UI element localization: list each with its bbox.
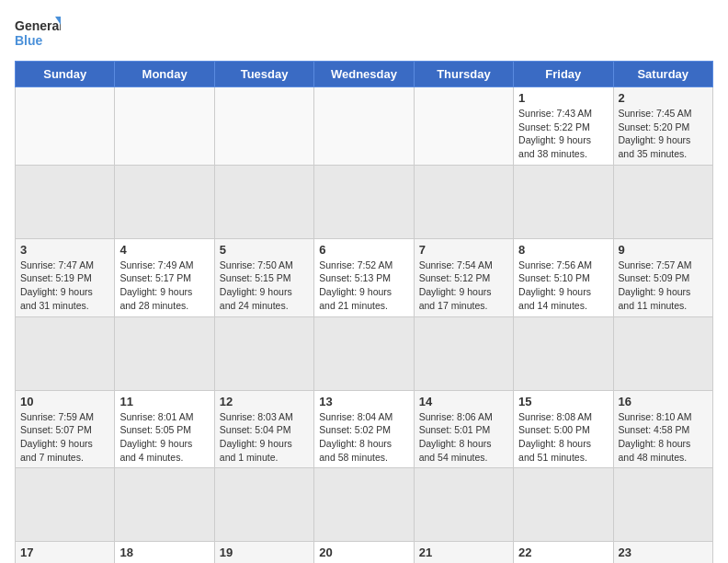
calendar-day-19: 19Sunrise: 8:15 AMSunset: 4:54 PMDayligh… <box>214 542 313 563</box>
day-info: Sunrise: 8:08 AMSunset: 5:00 PMDaylight:… <box>518 410 608 465</box>
calendar-empty-cell <box>214 87 313 166</box>
day-info: Sunrise: 7:47 AMSunset: 5:19 PMDaylight:… <box>20 259 109 313</box>
day-info: Sunrise: 8:03 AMSunset: 5:04 PMDaylight:… <box>220 410 309 465</box>
calendar-day-23: 23Sunrise: 8:21 AMSunset: 4:50 PMDayligh… <box>613 542 712 563</box>
day-number: 10 <box>20 395 109 408</box>
calendar-empty-cell <box>414 87 513 166</box>
calendar-week-row: 10Sunrise: 7:59 AMSunset: 5:07 PMDayligh… <box>16 390 713 468</box>
day-number: 4 <box>119 243 209 257</box>
calendar-day-1: 1Sunrise: 7:43 AMSunset: 5:22 PMDaylight… <box>514 87 613 166</box>
day-info: Sunrise: 7:43 AMSunset: 5:22 PMDaylight:… <box>518 107 608 161</box>
calendar-week-row: 17Sunrise: 8:11 AMSunset: 4:57 PMDayligh… <box>16 542 713 563</box>
day-info: Sunrise: 7:57 AMSunset: 5:09 PMDaylight:… <box>619 259 708 313</box>
day-info: Sunrise: 7:45 AMSunset: 5:20 PMDaylight:… <box>619 107 708 161</box>
page-header: General Blue <box>15 15 713 52</box>
day-number: 8 <box>518 243 608 257</box>
weekday-header-tuesday: Tuesday <box>214 62 313 87</box>
calendar-day-5: 5Sunrise: 7:50 AMSunset: 5:15 PMDaylight… <box>214 238 313 316</box>
day-info: Sunrise: 7:49 AMSunset: 5:17 PMDaylight:… <box>119 259 209 313</box>
day-number: 9 <box>619 243 708 257</box>
calendar-day-15: 15Sunrise: 8:08 AMSunset: 5:00 PMDayligh… <box>514 390 613 468</box>
calendar-day-6: 6Sunrise: 7:52 AMSunset: 5:13 PMDaylight… <box>314 238 414 316</box>
calendar-day-16: 16Sunrise: 8:10 AMSunset: 4:58 PMDayligh… <box>613 390 712 468</box>
day-info: Sunrise: 7:59 AMSunset: 5:07 PMDaylight:… <box>20 410 109 465</box>
day-number: 2 <box>619 91 708 105</box>
weekday-header-friday: Friday <box>514 62 613 87</box>
week-separator <box>16 316 713 390</box>
calendar-day-8: 8Sunrise: 7:56 AMSunset: 5:10 PMDaylight… <box>514 238 613 316</box>
day-number: 14 <box>419 395 508 408</box>
calendar-day-22: 22Sunrise: 8:20 AMSunset: 4:51 PMDayligh… <box>514 542 613 563</box>
day-number: 22 <box>518 546 608 559</box>
logo-svg: General Blue <box>15 15 61 52</box>
day-number: 15 <box>518 395 608 408</box>
weekday-header-thursday: Thursday <box>414 62 513 87</box>
svg-text:Blue: Blue <box>15 33 43 48</box>
day-number: 12 <box>220 395 309 408</box>
day-number: 11 <box>119 395 209 408</box>
day-number: 5 <box>220 243 309 257</box>
day-number: 3 <box>20 243 109 257</box>
calendar-table: SundayMondayTuesdayWednesdayThursdayFrid… <box>15 61 713 563</box>
day-number: 19 <box>220 546 309 559</box>
calendar-body: 1Sunrise: 7:43 AMSunset: 5:22 PMDaylight… <box>16 87 713 564</box>
calendar-day-7: 7Sunrise: 7:54 AMSunset: 5:12 PMDaylight… <box>414 238 513 316</box>
week-separator <box>16 165 713 238</box>
day-info: Sunrise: 7:56 AMSunset: 5:10 PMDaylight:… <box>518 259 608 313</box>
day-number: 1 <box>518 91 608 105</box>
calendar-day-20: 20Sunrise: 8:16 AMSunset: 4:53 PMDayligh… <box>314 542 414 563</box>
day-number: 23 <box>619 546 708 559</box>
weekday-header-wednesday: Wednesday <box>314 62 414 87</box>
calendar-day-21: 21Sunrise: 8:18 AMSunset: 4:52 PMDayligh… <box>414 542 513 563</box>
day-info: Sunrise: 8:01 AMSunset: 5:05 PMDaylight:… <box>119 410 209 465</box>
calendar-day-10: 10Sunrise: 7:59 AMSunset: 5:07 PMDayligh… <box>16 390 115 468</box>
day-info: Sunrise: 7:50 AMSunset: 5:15 PMDaylight:… <box>220 259 309 313</box>
calendar-empty-cell <box>16 87 115 166</box>
day-info: Sunrise: 8:04 AMSunset: 5:02 PMDaylight:… <box>319 410 408 465</box>
calendar-day-13: 13Sunrise: 8:04 AMSunset: 5:02 PMDayligh… <box>314 390 414 468</box>
day-number: 17 <box>20 546 109 559</box>
calendar-day-18: 18Sunrise: 8:13 AMSunset: 4:56 PMDayligh… <box>115 542 214 563</box>
day-info: Sunrise: 7:54 AMSunset: 5:12 PMDaylight:… <box>419 259 508 313</box>
day-number: 6 <box>319 243 408 257</box>
calendar-day-4: 4Sunrise: 7:49 AMSunset: 5:17 PMDaylight… <box>115 238 214 316</box>
calendar-day-12: 12Sunrise: 8:03 AMSunset: 5:04 PMDayligh… <box>214 390 313 468</box>
calendar-day-3: 3Sunrise: 7:47 AMSunset: 5:19 PMDaylight… <box>16 238 115 316</box>
calendar-day-14: 14Sunrise: 8:06 AMSunset: 5:01 PMDayligh… <box>414 390 513 468</box>
day-number: 16 <box>619 395 708 408</box>
week-separator <box>16 468 713 542</box>
weekday-header-sunday: Sunday <box>16 62 115 87</box>
weekday-header-saturday: Saturday <box>613 62 712 87</box>
day-number: 18 <box>119 546 209 559</box>
day-info: Sunrise: 7:52 AMSunset: 5:13 PMDaylight:… <box>319 259 408 313</box>
day-number: 13 <box>319 395 408 408</box>
calendar-header: SundayMondayTuesdayWednesdayThursdayFrid… <box>16 62 713 87</box>
svg-text:General: General <box>15 18 61 33</box>
day-number: 7 <box>419 243 508 257</box>
calendar-empty-cell <box>314 87 414 166</box>
calendar-week-row: 1Sunrise: 7:43 AMSunset: 5:22 PMDaylight… <box>16 87 713 166</box>
calendar-empty-cell <box>115 87 214 166</box>
calendar-week-row: 3Sunrise: 7:47 AMSunset: 5:19 PMDaylight… <box>16 238 713 316</box>
calendar-day-11: 11Sunrise: 8:01 AMSunset: 5:05 PMDayligh… <box>115 390 214 468</box>
calendar-day-2: 2Sunrise: 7:45 AMSunset: 5:20 PMDaylight… <box>613 87 712 166</box>
day-number: 20 <box>319 546 408 559</box>
day-number: 21 <box>419 546 508 559</box>
calendar-day-9: 9Sunrise: 7:57 AMSunset: 5:09 PMDaylight… <box>613 238 712 316</box>
day-info: Sunrise: 8:10 AMSunset: 4:58 PMDaylight:… <box>619 410 708 465</box>
calendar-day-17: 17Sunrise: 8:11 AMSunset: 4:57 PMDayligh… <box>16 542 115 563</box>
weekday-header-row: SundayMondayTuesdayWednesdayThursdayFrid… <box>16 62 713 87</box>
day-info: Sunrise: 8:06 AMSunset: 5:01 PMDaylight:… <box>419 410 508 465</box>
logo: General Blue <box>15 15 61 52</box>
weekday-header-monday: Monday <box>115 62 214 87</box>
